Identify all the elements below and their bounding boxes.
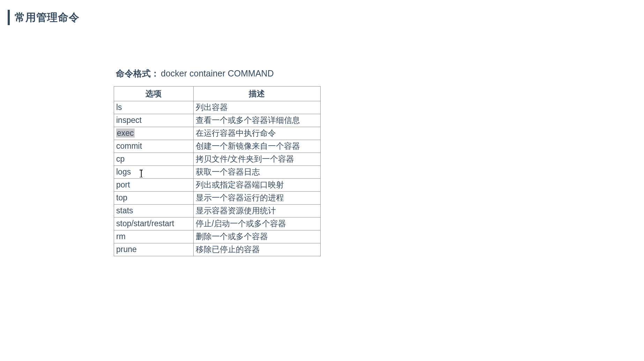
table-cell-description: 删除一个或多个容器	[193, 230, 320, 243]
table-row: cp拷贝文件/文件夹到一个容器	[114, 153, 321, 166]
table-row: commit创建一个新镜像来自一个容器	[114, 140, 321, 153]
table-cell-option: cp	[114, 153, 194, 166]
table-row: logs获取一个容器日志	[114, 166, 321, 179]
table-cell-description: 移除已停止的容器	[193, 243, 320, 256]
table-row: ls列出容器	[114, 101, 321, 114]
table-cell-description: 显示容器资源使用统计	[193, 205, 320, 218]
table-cell-option: commit	[114, 140, 194, 153]
table-cell-description: 显示一个容器运行的进程	[193, 192, 320, 205]
command-format-label: 命令格式：	[116, 68, 159, 78]
command-table: 选项 描述 ls列出容器inspect查看一个或多个容器详细信息exec在运行容…	[114, 86, 321, 256]
table-row: prune移除已停止的容器	[114, 243, 321, 256]
table-cell-option: stats	[114, 205, 194, 218]
table-row: stop/start/restart停止/启动一个或多个容器	[114, 218, 321, 230]
table-cell-description: 查看一个或多个容器详细信息	[193, 114, 320, 127]
table-cell-option: port	[114, 179, 194, 192]
table-cell-description: 停止/启动一个或多个容器	[193, 218, 320, 230]
highlighted-option: exec	[116, 128, 135, 138]
table-cell-option: top	[114, 192, 194, 205]
table-cell-option: stop/start/restart	[114, 218, 194, 230]
page-title: 常用管理命令	[15, 10, 80, 25]
table-cell-option: inspect	[114, 114, 194, 127]
table-cell-description: 列出容器	[193, 101, 320, 114]
table-cell-option: rm	[114, 230, 194, 243]
table-row: exec在运行容器中执行命令	[114, 127, 321, 140]
table-header-row: 选项 描述	[114, 87, 321, 101]
command-format-line: 命令格式：docker container COMMAND	[116, 68, 274, 79]
table-header-description: 描述	[193, 87, 320, 101]
table-header-option: 选项	[114, 87, 194, 101]
table-cell-description: 列出或指定容器端口映射	[193, 179, 320, 192]
table-cell-option: exec	[114, 127, 194, 140]
table-row: top显示一个容器运行的进程	[114, 192, 321, 205]
table-cell-description: 获取一个容器日志	[193, 166, 320, 179]
table-row: rm删除一个或多个容器	[114, 230, 321, 243]
page-title-bar: 常用管理命令	[8, 10, 80, 25]
title-accent-bar	[8, 10, 10, 25]
command-format-value: docker container COMMAND	[161, 68, 274, 78]
table-cell-option: logs	[114, 166, 194, 179]
table-row: stats显示容器资源使用统计	[114, 205, 321, 218]
table-row: port列出或指定容器端口映射	[114, 179, 321, 192]
table-row: inspect查看一个或多个容器详细信息	[114, 114, 321, 127]
table-cell-description: 创建一个新镜像来自一个容器	[193, 140, 320, 153]
table-cell-description: 拷贝文件/文件夹到一个容器	[193, 153, 320, 166]
table-cell-option: ls	[114, 101, 194, 114]
table-cell-option: prune	[114, 243, 194, 256]
table-cell-description: 在运行容器中执行命令	[193, 127, 320, 140]
